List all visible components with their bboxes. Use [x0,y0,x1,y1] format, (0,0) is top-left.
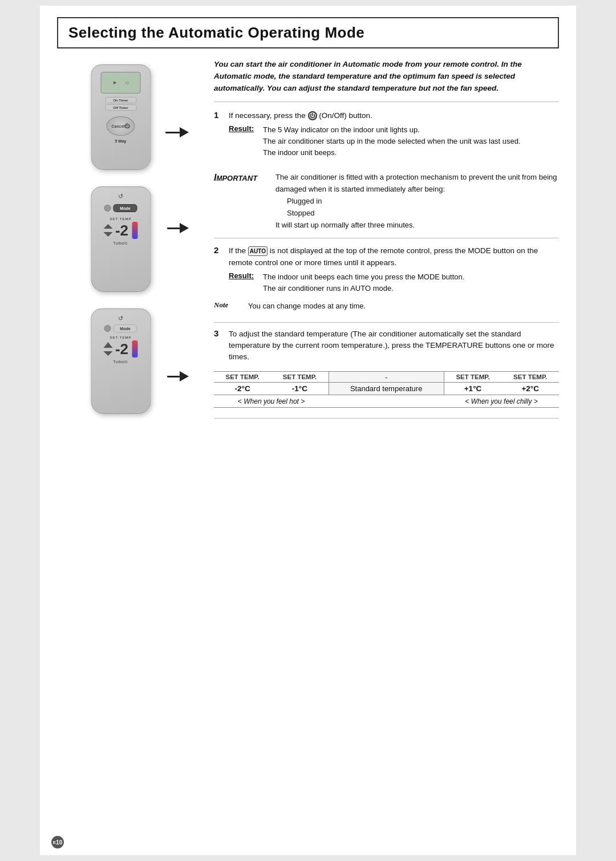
step-1-body: If necessary, press the ⏻ (On/Off) butto… [229,110,559,161]
temp-indicator-r3 [132,340,137,358]
tv-2: Standard temperature [329,383,444,395]
title-bar: Selecting the Automatic Operating Mode [57,17,559,48]
remote-3: ↺ Mode SET TEMP -2 [91,308,151,414]
remote-2-top-icon: ↺ [118,193,123,200]
set-temp-label-r3: SET TEMP [110,336,131,339]
page-title: Selecting the Automatic Operating Mode [68,24,548,42]
remote-2: ↺ Mode SET TEMP -2 [91,186,151,292]
step-1-num: 1 [214,110,224,161]
temp-display-r2: -2 [115,223,128,238]
important-stopped: Stopped [275,208,559,220]
temp-indicator-r2 [132,222,137,239]
result-line-1-2: The indoor unit beeps. [263,147,521,159]
step-1-result: Result: The 5 Way indicator on the indoo… [229,124,559,159]
step-1-main: If necessary, press the ⏻ (On/Off) butto… [229,110,559,121]
remote-1: ▶ ◁ On Timer Off Timer Cancel⏻ 5 Way [91,64,151,170]
important-block: IMPORTANT The air conditioner is fitted … [214,172,559,238]
temp-down-r3 [104,351,113,356]
btn-group-1: On Timer Off Timer [105,97,136,111]
step-2-main: 2 If the AUTO is not displayed at the to… [214,245,559,296]
remote-screen-1: ▶ ◁ [101,72,141,94]
temp-header-row: SET TEMP. SET TEMP. - SET TEMP. SET TEMP… [214,372,559,383]
mode-btn: Mode [114,204,137,212]
temp-value-row: -2°C -1°C Standard temperature +1°C +2°C [214,383,559,395]
onoff-icon: ⏻ [308,111,317,120]
feel-row: < When you feel hot > < When you feel ch… [214,395,559,408]
step-2-body: If the AUTO is not displayed at the top … [229,245,559,296]
result-text-2: The indoor unit beeps each time you pres… [263,271,464,294]
step-2-main-text: If the AUTO is not displayed at the top … [229,245,559,269]
step-3-main-text: To adjust the standard temperature (The … [229,328,559,363]
important-label-text: PORTANT [222,174,257,182]
step-2-result: Result: The indoor unit beeps each time … [229,271,559,294]
important-text: The air conditioner is fitted with a pro… [275,172,559,231]
arrow-2 [167,223,189,233]
important-startup: It will start up normally after three mi… [275,220,559,232]
mode-btn-r3: Mode [114,324,137,332]
intro-paragraph: You can start the air conditioner in Aut… [214,59,559,102]
result-2-line-1: The air conditioner runs in AUTO mode. [263,283,464,294]
temp-down-r2 [104,232,113,237]
remote-2-mode-row: Mode [104,202,137,214]
right-column: You can start the air conditioner in Aut… [208,59,570,424]
result-text-1: The 5 Way indicator on the indoor unit l… [263,124,521,159]
th-0: SET TEMP. [214,372,271,383]
note-text: You can change modes at any time. [248,300,366,312]
r2-temp-row: -2 [104,222,137,239]
step-3-main: 3 To adjust the standard temperature (Th… [214,328,559,366]
auto-icon-r3 [104,325,111,332]
five-way-label: 5 Way [115,139,127,143]
note-row: Note You can change modes at any time. [214,300,559,312]
auto-icon-r2 [104,205,111,212]
result-label-1: Result: [229,124,258,159]
remote-2-wrap: ↺ Mode SET TEMP -2 [64,186,190,300]
page-number: E10 [51,836,64,848]
result-label-2: Result: [229,271,258,294]
turbo-label-r3: Turbo/⊙ [114,360,128,364]
th-4: SET TEMP. [501,372,559,383]
feel-chilly: < When you feel chilly > [444,395,559,408]
arrow-3 [167,371,189,381]
r3-temp-row: -2 [104,340,137,358]
set-temp-label-r2: SET TEMP [110,217,131,221]
turbo-label-r2: Turbo/⊙ [114,241,128,246]
important-label: IMPORTANT [214,172,271,231]
important-line-0: The air conditioner is fitted with a pro… [275,172,559,196]
result-line-1-1: The air conditioner starts up in the mod… [263,136,521,147]
note-label: Note [214,300,244,312]
off-timer-btn: Off Timer [105,104,136,111]
left-column: ▶ ◁ On Timer Off Timer Cancel⏻ 5 Way [40,59,208,424]
step-1: 1 If necessary, press the ⏻ (On/Off) but… [214,110,559,166]
important-plugged: Plugged in [275,196,559,208]
step-2-num: 2 [214,245,224,296]
up-down-r3 [104,342,113,356]
temp-up-r3-active [104,342,113,348]
result-line-1-0: The 5 Way indicator on the indoor unit l… [263,124,521,136]
remote-1-wrap: ▶ ◁ On Timer Off Timer Cancel⏻ 5 Way [64,64,190,178]
on-timer-btn: On Timer [105,97,136,103]
feel-hot: < When you feel hot > [214,395,329,408]
remote-3-wrap: ↺ Mode SET TEMP -2 [64,308,190,423]
tv-1: -1°C [271,383,329,395]
temp-display-r3: -2 [115,342,128,356]
temp-table: SET TEMP. SET TEMP. - SET TEMP. SET TEMP… [214,371,559,408]
tv-3: +1°C [444,383,501,395]
result-2-line-0: The indoor unit beeps each time you pres… [263,271,464,283]
step-3-body: To adjust the standard temperature (The … [229,328,559,366]
step-3-num: 3 [214,328,224,366]
temp-up-r2 [104,224,113,229]
tv-4: +2°C [501,383,559,395]
arrow-1 [165,127,189,137]
tv-0: -2°C [214,383,271,395]
th-1: SET TEMP. [271,372,329,383]
remote-3-mode-row: Mode [104,324,137,332]
step-2-block: 2 If the AUTO is not displayed at the to… [214,245,559,322]
up-down-r2 [104,224,113,237]
page: Selecting the Automatic Operating Mode ▶… [40,6,576,855]
th-3: SET TEMP. [444,372,501,383]
step-3-block: 3 To adjust the standard temperature (Th… [214,328,559,419]
cancel-btn-1: Cancel⏻ [107,116,135,136]
feel-mid [329,395,444,408]
content-area: ▶ ◁ On Timer Off Timer Cancel⏻ 5 Way [40,59,576,424]
remote-3-top-icon: ↺ [118,315,123,322]
